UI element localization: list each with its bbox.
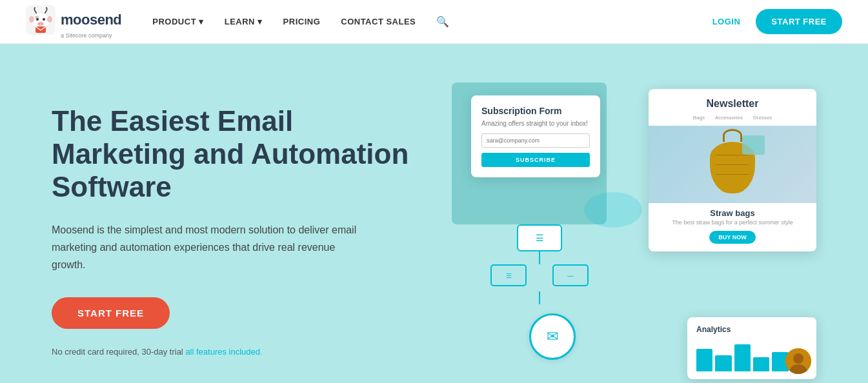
flow-node-small-right: — [552,264,589,286]
highlight-text: all features included. [185,347,262,357]
avatar-icon [785,348,811,374]
svg-point-2 [29,16,34,23]
nav-right: LOGIN START FREE [712,9,842,34]
no-credit-text: No credit card required, 30-day trial al… [52,347,413,357]
newsletter-tabs: Bags Accessories Dresses [649,112,816,126]
navbar: moosend a Sitecore company PRODUCT ▾ LEA… [0,0,868,44]
sub-form-desc: Amazing offers straight to your inbox! [481,120,590,127]
search-icon[interactable]: 🔍 [436,15,449,28]
flow-node-icon: ☰ [536,233,544,243]
teal-circle-decoration [584,192,642,228]
newsletter-product-name: Straw bags [649,203,816,219]
analytics-title: Analytics [696,325,807,334]
nav-links: PRODUCT ▾ LEARN ▾ PRICING CONTACT SALES … [152,15,712,28]
svg-point-7 [37,21,44,26]
tab-bags[interactable]: Bags [693,115,705,121]
start-free-nav-button[interactable]: START FREE [756,9,842,34]
svg-point-9 [41,23,43,25]
analytics-bar [715,355,731,371]
analytics-bar [696,349,712,371]
subscription-form-card: Subscription Form Amazing offers straigh… [471,95,600,177]
newsletter-image [649,126,816,203]
svg-point-3 [47,16,52,23]
start-free-hero-button[interactable]: START FREE [52,297,170,329]
moosend-logo-icon [26,5,56,35]
hero-section: The Easiest Email Marketing and Automati… [0,44,868,383]
newsletter-title: Newsletter [649,89,816,112]
automation-flow-diagram: ☰ ☰ — [490,224,589,304]
flow-row: ☰ — [490,264,589,286]
hero-title: The Easiest Email Marketing and Automati… [52,105,413,203]
subscribe-button[interactable]: SUBSCRIBE [481,153,590,167]
tab-accessories[interactable]: Accessories [715,115,743,121]
email-icon: ✉ [547,328,558,345]
bag-handle [723,129,742,142]
hero-description: Moosend is the simplest and most modern … [52,221,368,274]
sub-form-email-input[interactable] [481,133,590,148]
logo-text: moosend [61,12,121,28]
flow-line-vertical-1 [539,251,540,264]
logo-sub: a Sitecore company [61,32,112,39]
buy-now-button[interactable]: Buy Now [709,231,755,244]
email-node: ✉ [529,313,576,360]
login-button[interactable]: LOGIN [712,17,741,26]
analytics-card: Analytics [687,317,816,379]
sub-form-title: Subscription Form [481,106,590,116]
flow-node-main: ☰ [517,224,562,251]
svg-point-5 [43,18,45,21]
nav-product[interactable]: PRODUCT ▾ [152,17,203,26]
nav-contact-sales[interactable]: CONTACT SALES [341,17,416,26]
analytics-bar [734,344,751,372]
svg-point-8 [39,23,40,25]
svg-point-6 [35,15,39,19]
flow-line-vertical-2 [539,291,540,304]
newsletter-product-desc: The best straw bags for a perfect summer… [649,219,816,231]
hero-right: Subscription Form Amazing offers straigh… [452,83,816,379]
nav-pricing[interactable]: PRICING [283,17,321,26]
svg-point-12 [793,353,803,364]
hero-left: The Easiest Email Marketing and Automati… [52,105,413,356]
analytics-avatar [785,348,811,374]
flow-node-small-left: ☰ [490,264,527,286]
tab-dresses[interactable]: Dresses [753,115,772,121]
nav-learn[interactable]: LEARN ▾ [225,17,263,26]
newsletter-card: Newsletter Bags Accessories Dresses [649,89,816,251]
analytics-bar [753,357,769,372]
logo-area: moosend a Sitecore company [26,5,121,39]
